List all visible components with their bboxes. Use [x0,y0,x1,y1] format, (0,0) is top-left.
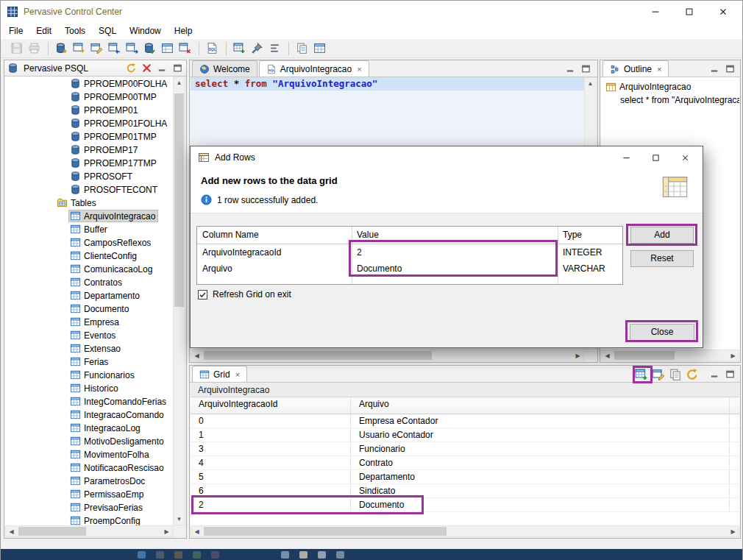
levels-button[interactable] [266,40,282,57]
scroll-left-icon[interactable]: ◀ [6,526,17,537]
save-button[interactable] [8,40,24,57]
menu-window[interactable]: Window [123,24,168,38]
menu-sql[interactable]: SQL [92,24,123,38]
grid-hscroll-thumb[interactable] [204,527,447,536]
grid-row[interactable]: 2Documento [191,498,739,512]
add-rows-icon[interactable] [635,368,648,381]
scroll-left-icon[interactable]: ◀ [191,350,202,361]
outline-horizontal-scrollbar[interactable]: ◀ ▶ [601,350,739,361]
menu-file[interactable]: File [2,24,29,38]
tree-item-PPROEMP00FOLHA[interactable]: PPROEMP00FOLHA [5,77,173,90]
scroll-up-icon[interactable]: ▲ [174,77,185,88]
minimize-view-icon[interactable] [709,369,720,380]
tab-welcome[interactable]: Welcome [192,60,257,77]
dialog-table-row[interactable]: ArquivoDocumentoVARCHAR [197,260,622,277]
edit-table-icon[interactable] [652,368,665,381]
dialog-col-column-name[interactable]: Column Name [197,227,352,244]
grid-row[interactable]: 0Empresa eContador [191,414,739,428]
taskbar-app-icon[interactable] [193,551,201,559]
scroll-right-icon[interactable]: ▶ [728,526,739,537]
grid-horizontal-scrollbar[interactable]: ◀ ▶ [191,525,739,537]
tree-item-PPROEMP17[interactable]: PPROEMP17 [5,143,173,156]
tab-arquivointegracao[interactable]: SQL ArquivoIntegracao × [259,60,369,77]
sql-document-button[interactable]: SQL [204,40,220,57]
tree-item-PrevisaoFerias[interactable]: PrevisaoFerias [5,500,173,514]
grid-button[interactable] [311,40,327,57]
tree-item-ArquivoIntegracao[interactable]: ArquivoIntegracao [5,209,173,222]
scroll-left-icon[interactable]: ◀ [191,526,202,537]
scroll-left-icon[interactable]: ◀ [602,350,613,361]
grid-col-arquivo[interactable]: Arquivo [351,397,730,414]
scroll-up-icon[interactable]: ▲ [585,78,596,89]
grid-row[interactable]: 3Funcionario [191,442,739,456]
tree-item-PPROEMP00TMP[interactable]: PPROEMP00TMP [5,90,173,103]
taskbar-app-icon[interactable] [299,551,307,559]
import-data-button[interactable] [106,40,122,57]
check-database-button[interactable] [141,40,157,57]
table-properties-button[interactable] [159,40,175,57]
tree-item-Eventos[interactable]: Eventos [5,328,173,341]
cell-value[interactable]: Documento [352,260,558,277]
scroll-right-icon[interactable]: ▶ [572,350,583,361]
refresh-grid-checkbox[interactable] [198,290,207,300]
bookmark-button[interactable] [249,40,265,57]
tree-item-ClienteConfig[interactable]: ClienteConfig [5,249,173,262]
dialog-minimize-button[interactable] [614,146,644,169]
new-table-button[interactable] [71,40,87,57]
editor-hscroll-thumb[interactable] [204,351,432,360]
tree-item-CamposReflexos[interactable]: CamposReflexos [5,235,173,249]
tab-grid[interactable]: Grid × [192,366,247,382]
outline-item-1[interactable]: select * from "ArquivoIntegracao" [601,93,739,107]
scroll-right-icon[interactable]: ▶ [728,350,739,361]
minimize-view-icon[interactable] [157,63,168,74]
add-rows-button[interactable] [231,40,247,57]
tree-item-Historico[interactable]: Historico [5,381,173,394]
taskbar-app-icon[interactable] [336,551,344,559]
refresh-icon[interactable] [686,368,699,381]
tree-item-MovimentoFolha[interactable]: MovimentoFolha [5,447,173,461]
tree-item-MotivoDesligamento[interactable]: MotivoDesligamento [5,434,173,447]
export-data-button[interactable] [124,40,140,57]
copy-icon[interactable] [669,368,682,381]
edit-table-button[interactable] [88,40,104,57]
grid-row[interactable]: 4Contrato [191,456,739,470]
tree-vertical-scrollbar[interactable]: ▲ ▼ [173,77,185,525]
stop-icon[interactable] [141,63,152,74]
dialog-col-type[interactable]: Type [558,227,622,244]
minimize-editor-icon[interactable] [565,63,576,74]
tree-item-PermissaoEmp[interactable]: PermissaoEmp [5,487,173,500]
taskbar-app-icon[interactable] [156,551,164,559]
tree-item-PPROEMP01TMP[interactable]: PPROEMP01TMP [5,130,173,143]
reset-button[interactable]: Reset [630,250,694,267]
tree-item-ProempConfig[interactable]: ProempConfig [5,514,173,525]
window-close-button[interactable] [708,1,742,23]
close-tab-icon[interactable]: × [234,370,240,379]
taskbar-app-icon[interactable] [174,551,182,559]
tree-item-Empresa[interactable]: Empresa [5,315,173,328]
tree-item-Contratos[interactable]: Contratos [5,275,173,288]
tree-item-PPROSOFT[interactable]: PPROSOFT [5,169,173,182]
taskbar-app-icon[interactable] [281,551,289,559]
tree-item-Extensao[interactable]: Extensao [5,341,173,355]
add-button[interactable]: Add [630,227,694,244]
minimize-view-icon[interactable] [709,63,720,74]
tree-item-NotificacaoRescisao[interactable]: NotificacaoRescisao [5,461,173,474]
menu-edit[interactable]: Edit [29,24,58,38]
menu-tools[interactable]: Tools [58,24,92,38]
tree-item-Funcionarios[interactable]: Funcionarios [5,368,173,381]
maximize-view-icon[interactable] [725,369,736,380]
maximize-editor-icon[interactable] [580,63,591,74]
close-tab-icon[interactable]: × [355,65,361,74]
scroll-down-icon[interactable]: ▼ [174,514,185,525]
grid-row[interactable]: 6Sindicato [191,484,739,498]
copy-button[interactable] [294,40,310,57]
window-minimize-button[interactable] [641,1,675,23]
maximize-view-icon[interactable] [172,63,183,74]
tree-item-PPROEMP17TMP[interactable]: PPROEMP17TMP [5,156,173,169]
taskbar-app-icon[interactable] [318,551,326,559]
tree-item-Buffer[interactable]: Buffer [5,222,173,235]
dialog-table-row[interactable]: ArquivoIntegracaoId2INTEGER [197,244,622,260]
refresh-icon[interactable] [126,63,137,74]
close-button[interactable]: Close [630,324,694,341]
dialog-close-button[interactable] [673,146,703,169]
